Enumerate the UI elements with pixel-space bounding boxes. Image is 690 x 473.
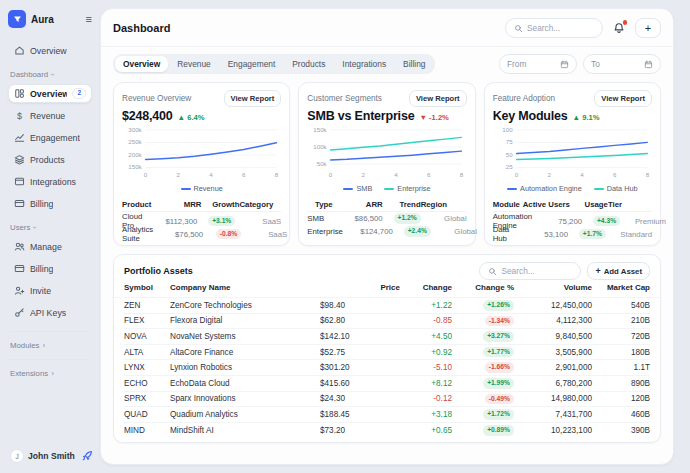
sidebar-item-icon <box>14 88 25 99</box>
column-header: Market Cap <box>592 283 650 292</box>
rocket-icon[interactable] <box>80 449 94 463</box>
notifications-button[interactable] <box>610 19 628 37</box>
sidebar-item-label: Products <box>30 155 65 165</box>
sidebar-item[interactable]: API Keys <box>8 303 92 322</box>
sidebar-item[interactable]: Invite <box>8 281 92 300</box>
change-pct-cell: +0.89% <box>452 425 514 436</box>
svg-text:4: 4 <box>580 171 584 178</box>
mini-table-body: Automation Engine 75,200 +4.3% Premium D… <box>493 212 652 238</box>
symbol-cell: ALTA <box>124 348 170 357</box>
tab[interactable]: Billing <box>395 56 433 72</box>
chart-legend: Automation EngineData Hub <box>493 184 652 193</box>
change-pct-cell: +1.72% <box>452 409 514 420</box>
change-pct-cell: -1.66% <box>452 362 514 373</box>
add-asset-button[interactable]: + Add Asset <box>587 262 650 280</box>
change-pct-cell: +1.77% <box>452 347 514 358</box>
collapsed-section-toggle[interactable]: Modules › <box>10 341 90 350</box>
change-cell: -5.10 <box>400 363 452 372</box>
user-row[interactable]: J John Smith <box>10 449 94 463</box>
portfolio-search-input[interactable] <box>501 266 573 276</box>
svg-text:150k: 150k <box>314 126 328 133</box>
mini-table-row: Enterprise $124,700 +2.4% Global <box>307 225 466 238</box>
sidebar-item[interactable]: Billing <box>8 194 92 213</box>
sidebar-item[interactable]: Engagement <box>8 128 92 147</box>
tab[interactable]: Integrations <box>334 56 394 72</box>
mini-cell-2: 53,100 <box>518 230 568 239</box>
sidebar-item-label: Integrations <box>30 177 76 187</box>
price-cell: $24.30 <box>320 394 400 403</box>
table-row: ZEN ZenCore Technologies $98.40 +1.22 +1… <box>124 298 650 314</box>
sidebar-item[interactable]: $ Revenue <box>8 106 92 125</box>
view-report-button[interactable]: View Report <box>409 90 467 107</box>
mini-col-header: Product <box>122 200 151 209</box>
hamburger-menu-icon[interactable]: ≡ <box>86 14 92 25</box>
company-cell: AltaCore Finance <box>170 348 320 357</box>
tab[interactable]: Products <box>284 56 333 72</box>
card-mini-table: TypeARRTrendRegion SMB $86,500 +1.2% Glo… <box>307 198 466 238</box>
volume-cell: 7,431,700 <box>514 410 592 419</box>
portfolio-search[interactable] <box>479 262 581 280</box>
sidebar-item-overview-top[interactable]: Overview <box>8 41 92 60</box>
add-new-button[interactable]: + <box>635 18 661 38</box>
date-to-input[interactable]: To <box>583 54 661 74</box>
mini-cell-pill: +1.7% <box>568 229 606 240</box>
global-search[interactable] <box>505 18 603 38</box>
card-customer-segments: Customer Segments View Report SMB vs Ent… <box>298 82 475 246</box>
table-row: NOVA NovaNet Systems $142.10 +4.50 +3.27… <box>124 329 650 345</box>
sidebar-item[interactable]: Products <box>8 150 92 169</box>
card-delta: ▲ 6.4% <box>178 113 205 122</box>
sidebar-dashboard-items: Overview 2 $ Revenue Engagement Products… <box>8 84 92 213</box>
tab[interactable]: Overview <box>115 56 168 72</box>
date-from-input[interactable]: From <box>499 54 577 74</box>
tab[interactable]: Engagement <box>220 56 284 72</box>
mini-cell-2: $124,700 <box>343 227 393 236</box>
change-cell: +8.12 <box>400 379 452 388</box>
sidebar-item[interactable]: Integrations <box>8 172 92 191</box>
sidebar-item-label: Billing <box>30 264 53 274</box>
sidebar-item[interactable]: Overview 2 <box>8 84 92 103</box>
sidebar-users-items: Manage Billing Invite API Keys <box>8 237 92 322</box>
card-delta: ▼ -1.2% <box>419 113 448 122</box>
svg-text:25: 25 <box>505 164 512 171</box>
sidebar-item[interactable]: Billing <box>8 259 92 278</box>
sidebar-item-icon <box>14 263 25 274</box>
company-cell: Sparx Innovations <box>170 394 320 403</box>
svg-text:4: 4 <box>395 171 399 178</box>
collapsed-section-toggle[interactable]: Extensions › <box>10 369 90 378</box>
calendar-icon <box>644 60 653 69</box>
svg-text:8: 8 <box>645 171 649 178</box>
svg-text:100k: 100k <box>314 143 328 150</box>
symbol-cell: SPRX <box>124 394 170 403</box>
table-row: LYNX Lynxion Robotics $301.20 -5.10 -1.6… <box>124 360 650 376</box>
mini-col-header: Active Users <box>520 200 570 209</box>
mini-cell-1: Enterprise <box>307 227 343 236</box>
portfolio-table-header: SymbolCompany NamePriceChangeChange %Vol… <box>112 283 662 298</box>
mini-table-header: TypeARRTrendRegion <box>307 198 466 212</box>
mini-cell-4: Global <box>431 227 477 236</box>
section-users[interactable]: Users › <box>10 223 90 232</box>
sidebar-item-label: Billing <box>30 199 53 209</box>
page-header: Dashboard + <box>101 18 673 47</box>
table-row: QUAD Quadium Analytics $188.45 +3.18 +1.… <box>124 407 650 423</box>
symbol-cell: NOVA <box>124 332 170 341</box>
sidebar-item[interactable]: Manage <box>8 237 92 256</box>
sidebar-item-label: Manage <box>30 242 62 252</box>
view-report-button[interactable]: View Report <box>594 90 652 107</box>
segments-chart: 150k100k50k02468SMBEnterprise <box>307 125 466 193</box>
sidebar-item-icon <box>14 198 25 209</box>
change-pct-cell: +1.99% <box>452 378 514 389</box>
search-input[interactable] <box>527 23 599 33</box>
svg-text:6: 6 <box>427 171 431 178</box>
price-cell: $52.75 <box>320 348 400 357</box>
view-report-button[interactable]: View Report <box>224 90 282 107</box>
card-value: SMB vs Enterprise <box>307 109 414 123</box>
column-header: Change % <box>452 283 514 292</box>
price-cell: $62.80 <box>320 316 400 325</box>
svg-text:2: 2 <box>547 171 551 178</box>
volume-cell: 12,450,000 <box>514 301 592 310</box>
svg-text:50k: 50k <box>317 160 328 167</box>
tab[interactable]: Revenue <box>169 56 219 72</box>
sidebar-item-badge: 2 <box>72 88 86 99</box>
column-header: Company Name <box>170 283 320 292</box>
section-dashboard[interactable]: Dashboard › <box>10 70 90 79</box>
